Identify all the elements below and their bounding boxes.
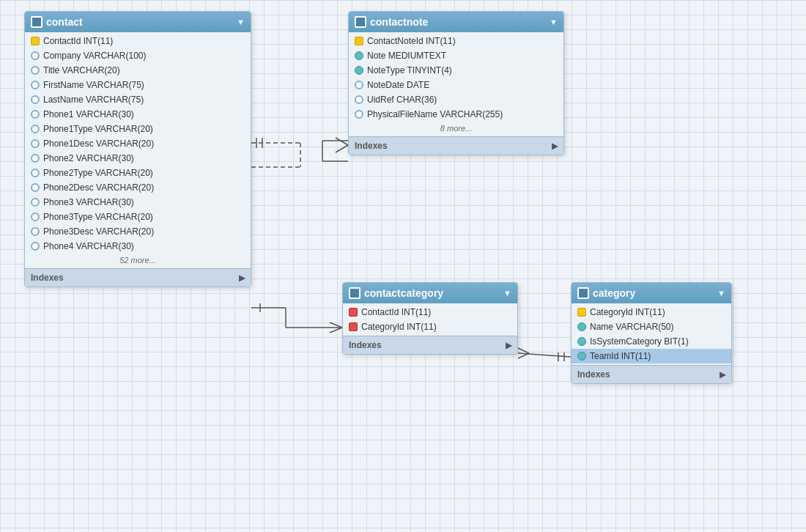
table-contactcategory[interactable]: contactcategory ▼ ContactId INT(11) Cate… — [342, 282, 518, 355]
indexes-arrow[interactable]: ▶ — [552, 141, 558, 151]
table-contact-footer[interactable]: Indexes ▶ — [25, 268, 251, 287]
circle-teal-icon — [355, 66, 363, 75]
table-category-chevron[interactable]: ▼ — [717, 289, 725, 298]
table-row[interactable]: Company VARCHAR(100) — [25, 48, 251, 63]
table-contactnote-header[interactable]: contactnote ▼ — [349, 12, 563, 32]
field-label: PhysicalFileName VARCHAR(255) — [367, 109, 503, 119]
table-row[interactable]: Name VARCHAR(50) — [572, 319, 731, 334]
field-label: NoteType TINYINT(4) — [367, 65, 452, 75]
table-contact-header[interactable]: contact ▼ — [25, 12, 251, 32]
table-row[interactable]: Note MEDIUMTEXT — [349, 48, 563, 63]
table-contactcategory-footer[interactable]: Indexes ▶ — [343, 336, 517, 354]
table-row[interactable]: Phone2Type VARCHAR(20) — [25, 166, 251, 180]
table-row[interactable]: Phone4 VARCHAR(30) — [25, 239, 251, 254]
table-category[interactable]: category ▼ CategoryId INT(11) Name VARCH… — [571, 282, 732, 384]
table-row[interactable]: CategoryId INT(11) — [572, 305, 731, 319]
circle-icon — [31, 66, 40, 75]
table-row[interactable]: Phone1Desc VARCHAR(20) — [25, 136, 251, 151]
table-row[interactable]: Phone3Desc VARCHAR(20) — [25, 224, 251, 239]
field-label: Phone3Type VARCHAR(20) — [43, 212, 153, 222]
table-contact-body: ContactId INT(11) Company VARCHAR(100) T… — [25, 32, 251, 268]
field-label: Phone2Desc VARCHAR(20) — [43, 182, 154, 193]
field-label: Title VARCHAR(20) — [43, 65, 120, 75]
circle-teal-icon — [577, 322, 586, 331]
key-red-icon — [349, 322, 358, 331]
svg-line-14 — [330, 322, 342, 328]
contact-more-text: 52 more... — [25, 254, 251, 267]
key-red-icon — [349, 308, 358, 317]
table-contactnote-chevron[interactable]: ▼ — [550, 18, 558, 26]
table-row[interactable]: UidRef CHAR(36) — [349, 92, 563, 107]
key-icon — [355, 37, 363, 45]
indexes-label: Indexes — [577, 369, 610, 380]
circle-icon — [31, 125, 40, 133]
table-contact-chevron[interactable]: ▼ — [237, 18, 245, 26]
table-row-highlighted[interactable]: TeamId INT(11) — [572, 349, 731, 363]
table-row[interactable]: ContactId INT(11) — [343, 305, 517, 319]
table-row[interactable]: ContactId INT(11) — [25, 34, 251, 48]
field-label: Company VARCHAR(100) — [43, 51, 147, 61]
circle-icon — [31, 183, 40, 192]
table-row[interactable]: ContactNoteId INT(11) — [349, 34, 563, 48]
field-label: FirstName VARCHAR(75) — [43, 80, 144, 90]
key-icon — [31, 37, 40, 45]
field-label: ContactId INT(11) — [43, 36, 113, 46]
table-contactnote-icon — [355, 16, 366, 28]
indexes-arrow[interactable]: ▶ — [720, 370, 725, 380]
svg-line-8 — [336, 138, 348, 145]
table-row[interactable]: Phone2 VARCHAR(30) — [25, 151, 251, 166]
table-contactnote-body: ContactNoteId INT(11) Note MEDIUMTEXT No… — [349, 32, 563, 136]
table-row[interactable]: Phone1Type VARCHAR(20) — [25, 122, 251, 136]
table-row[interactable]: Phone1 VARCHAR(30) — [25, 107, 251, 122]
table-row[interactable]: Phone3 VARCHAR(30) — [25, 195, 251, 210]
circle-teal-icon — [577, 352, 586, 361]
circle-teal-icon — [355, 51, 363, 60]
field-label: UidRef CHAR(36) — [367, 95, 437, 105]
field-label: TeamId INT(11) — [590, 351, 651, 361]
circle-icon — [31, 51, 40, 60]
svg-line-17 — [518, 348, 529, 353]
table-contact-icon — [31, 16, 42, 28]
table-row[interactable]: CategoryId INT(11) — [343, 319, 517, 334]
circle-icon — [31, 242, 40, 251]
table-category-header[interactable]: category ▼ — [572, 283, 731, 303]
circle-icon — [31, 81, 40, 89]
table-row[interactable]: IsSystemCategory BIT(1) — [572, 334, 731, 349]
field-label: LastName VARCHAR(75) — [43, 95, 144, 105]
table-row[interactable]: Phone3Type VARCHAR(20) — [25, 210, 251, 224]
table-category-title: category — [593, 287, 635, 299]
field-label: Phone1Type VARCHAR(20) — [43, 124, 153, 134]
svg-line-18 — [518, 353, 529, 358]
circle-icon — [31, 154, 40, 163]
indexes-label: Indexes — [355, 141, 388, 151]
table-contactnote-title: contactnote — [370, 16, 428, 28]
field-label: Phone1Desc VARCHAR(20) — [43, 138, 154, 149]
table-row[interactable]: Phone2Desc VARCHAR(20) — [25, 180, 251, 195]
table-row[interactable]: NoteType TINYINT(4) — [349, 63, 563, 78]
contactnote-more-text: 8 more... — [349, 122, 563, 135]
svg-line-15 — [330, 328, 342, 333]
table-category-footer[interactable]: Indexes ▶ — [572, 365, 731, 383]
circle-icon — [31, 95, 40, 104]
table-contact[interactable]: contact ▼ ContactId INT(11) Company VARC… — [24, 11, 251, 287]
svg-line-9 — [336, 145, 348, 152]
circle-icon — [31, 110, 40, 119]
table-row[interactable]: NoteDate DATE — [349, 78, 563, 92]
indexes-arrow[interactable]: ▶ — [506, 341, 511, 350]
table-row[interactable]: FirstName VARCHAR(75) — [25, 78, 251, 92]
table-contactcategory-body: ContactId INT(11) CategoryId INT(11) — [343, 303, 517, 336]
table-contactcategory-chevron[interactable]: ▼ — [503, 289, 511, 298]
table-row[interactable]: PhysicalFileName VARCHAR(255) — [349, 107, 563, 122]
key-icon — [577, 308, 586, 317]
field-label: Phone3 VARCHAR(30) — [43, 197, 134, 207]
table-category-body: CategoryId INT(11) Name VARCHAR(50) IsSy… — [572, 303, 731, 365]
circle-icon — [355, 110, 363, 119]
circle-icon — [31, 139, 40, 148]
table-contactnote-footer[interactable]: Indexes ▶ — [349, 136, 563, 155]
table-contactnote[interactable]: contactnote ▼ ContactNoteId INT(11) Note… — [348, 11, 564, 155]
table-row[interactable]: LastName VARCHAR(75) — [25, 92, 251, 107]
table-contactcategory-title: contactcategory — [364, 287, 443, 299]
table-contactcategory-header[interactable]: contactcategory ▼ — [343, 283, 517, 303]
table-row[interactable]: Title VARCHAR(20) — [25, 63, 251, 78]
indexes-arrow[interactable]: ▶ — [239, 273, 245, 283]
